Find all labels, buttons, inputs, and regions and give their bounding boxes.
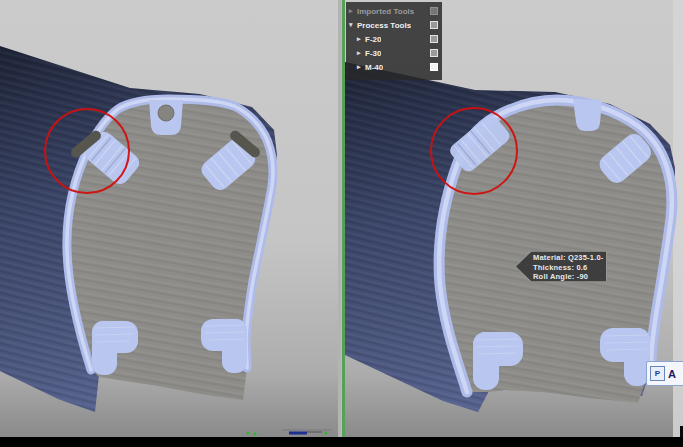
bottom-border-bar <box>0 437 683 447</box>
tooltip-thickness-line: Thickness: 0.6 <box>533 263 604 273</box>
top-hole <box>158 105 174 121</box>
tree-item-f20[interactable]: ▸ F-20 <box>346 32 442 46</box>
button-label: A <box>668 368 676 380</box>
top-channel <box>573 99 602 131</box>
tree-item-label: M-40 <box>365 63 383 72</box>
visibility-checkbox[interactable] <box>430 35 438 43</box>
partial-toolbar-button[interactable]: P A <box>646 361 683 386</box>
tree-item-imported-tools[interactable]: ▸ Imported Tools <box>346 4 442 18</box>
expand-arrow-icon[interactable]: ▸ <box>349 7 357 15</box>
tree-item-f30[interactable]: ▸ F-30 <box>346 46 442 60</box>
cross-section <box>67 99 273 400</box>
tree-item-label: F-30 <box>365 49 381 58</box>
visibility-checkbox[interactable] <box>430 63 438 71</box>
visibility-checkbox[interactable] <box>430 21 438 29</box>
tree-item-process-tools[interactable]: ▾ Process Tools <box>346 18 442 32</box>
visibility-checkbox[interactable] <box>430 49 438 57</box>
cad-window: ▸ Imported Tools ▾ Process Tools ▸ F-20 … <box>0 0 683 447</box>
tree-item-label: Process Tools <box>357 21 411 30</box>
tooltip-material-line: Material: Q235-1.0- <box>533 253 604 263</box>
expand-arrow-icon[interactable]: ▸ <box>357 35 365 43</box>
p-document-icon: P <box>650 366 665 381</box>
viewport-right[interactable]: ▸ Imported Tools ▾ Process Tools ▸ F-20 … <box>345 0 683 437</box>
viewport-left[interactable] <box>0 0 338 437</box>
tree-item-label: Imported Tools <box>357 7 414 16</box>
visibility-checkbox[interactable] <box>430 7 438 15</box>
viewport-splitter[interactable] <box>338 0 345 437</box>
expand-arrow-icon[interactable]: ▸ <box>357 63 365 71</box>
tooltip-roll-angle-line: Roll Angle: -90 <box>533 272 604 282</box>
collapse-arrow-icon[interactable]: ▾ <box>349 21 357 29</box>
scene-left <box>0 0 338 437</box>
tree-item-label: F-20 <box>365 35 381 44</box>
material-tooltip: Material: Q235-1.0- Thickness: 0.6 Roll … <box>515 249 607 284</box>
tool-tree-panel: ▸ Imported Tools ▾ Process Tools ▸ F-20 … <box>346 2 442 80</box>
tree-item-m40[interactable]: ▸ M-40 <box>346 60 442 74</box>
expand-arrow-icon[interactable]: ▸ <box>357 49 365 57</box>
